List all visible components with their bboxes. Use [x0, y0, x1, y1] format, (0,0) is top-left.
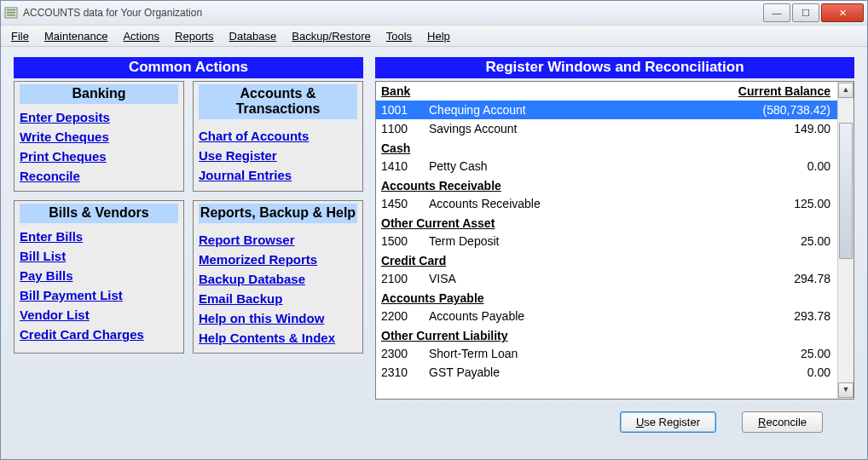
use-register-button[interactable]: Use Register	[620, 411, 716, 433]
link-pay-bills[interactable]: Pay Bills	[20, 266, 178, 285]
account-name: Term Deposit	[424, 234, 711, 248]
svg-rect-2	[7, 12, 15, 14]
panel-bills-vendors-title: Bills & Vendors	[20, 204, 178, 223]
menu-file[interactable]: File	[6, 28, 38, 44]
account-code: 2100	[381, 272, 424, 285]
panel-bills-vendors: Bills & Vendors Enter BillsBill ListPay …	[14, 200, 184, 354]
panel-accounts-transactions-title: Accounts & Transactions	[199, 84, 357, 119]
minimize-icon: —	[773, 9, 782, 18]
account-row-1450[interactable]: 1450Accounts Receivable125.00	[376, 194, 837, 213]
link-enter-deposits[interactable]: Enter Deposits	[20, 107, 178, 127]
category-other-current-liability: Other Current Liability	[376, 325, 837, 344]
scroll-track[interactable]	[839, 99, 853, 382]
scroll-thumb[interactable]	[839, 123, 853, 259]
reconcile-button[interactable]: Reconcile	[742, 411, 823, 433]
account-name: Petty Cash	[424, 159, 711, 173]
window-title: ACCOUNTS data for Your Organization	[23, 7, 761, 19]
register-column: Register Windows and Reconciliation Bank…	[375, 57, 854, 451]
minimize-button[interactable]: —	[763, 3, 790, 22]
account-row-2200[interactable]: 2200Accounts Payable293.78	[376, 307, 837, 325]
account-code: 1500	[381, 234, 424, 248]
account-row-1001[interactable]: 1001Chequing Account(580,738.42)	[376, 101, 837, 119]
use-register-label: U	[636, 416, 644, 428]
account-name: Accounts Receivable	[424, 197, 711, 210]
link-vendor-list[interactable]: Vendor List	[20, 305, 178, 325]
menu-tools[interactable]: Tools	[381, 28, 420, 44]
register-list: BankCurrent Balance1001Chequing Account(…	[375, 81, 854, 400]
account-balance: 149.00	[711, 122, 834, 135]
panel-banking: Banking Enter DepositsWrite ChequesPrint…	[14, 81, 184, 192]
account-code: 1001	[381, 103, 424, 117]
register-header: BankCurrent Balance	[376, 82, 837, 101]
account-name: Short-Term Loan	[424, 347, 711, 360]
category-accounts-receivable: Accounts Receivable	[376, 175, 837, 194]
app-icon	[4, 6, 18, 20]
reconcile-label: R	[758, 416, 766, 428]
svg-rect-3	[7, 14, 15, 16]
account-code: 2300	[381, 347, 424, 360]
account-balance: 25.00	[711, 234, 834, 248]
category-accounts-payable: Accounts Payable	[376, 288, 837, 307]
link-reconcile[interactable]: Reconcile	[20, 166, 178, 186]
menu-reports[interactable]: Reports	[170, 28, 223, 44]
panel-accounts-transactions: Accounts & Transactions Chart of Account…	[193, 81, 363, 192]
account-balance: 294.78	[711, 272, 834, 285]
account-name: VISA	[424, 272, 711, 285]
account-code: 1410	[381, 159, 424, 173]
menu-database[interactable]: Database	[224, 28, 286, 44]
svg-rect-1	[7, 9, 15, 11]
account-row-2310[interactable]: 2310GST Payable0.00	[376, 363, 837, 382]
window-buttons: — ☐ ✕	[761, 3, 864, 22]
account-balance: (580,738.42)	[711, 103, 834, 117]
menu-help[interactable]: Help	[422, 28, 459, 44]
menu-actions[interactable]: Actions	[118, 28, 168, 44]
account-code: 2310	[381, 365, 424, 379]
link-help-contents-index[interactable]: Help Contents & Index	[199, 328, 357, 348]
account-row-2300[interactable]: 2300Short-Term Loan25.00	[376, 344, 837, 363]
close-button[interactable]: ✕	[821, 3, 864, 22]
common-actions-title: Common Actions	[14, 57, 363, 78]
account-balance: 0.00	[711, 159, 834, 173]
menu-backup-restore[interactable]: Backup/Restore	[286, 28, 379, 44]
link-report-browser[interactable]: Report Browser	[199, 230, 357, 250]
main-content: Common Actions Banking Enter DepositsWri…	[1, 47, 867, 459]
account-code: 1450	[381, 197, 424, 210]
maximize-icon: ☐	[801, 9, 810, 18]
category-credit-card: Credit Card	[376, 250, 837, 269]
titlebar: ACCOUNTS data for Your Organization — ☐ …	[1, 1, 867, 26]
maximize-button[interactable]: ☐	[792, 3, 819, 22]
link-write-cheques[interactable]: Write Cheques	[20, 127, 178, 147]
account-code: 1100	[381, 122, 424, 135]
scroll-down-button[interactable]: ▼	[838, 382, 854, 398]
menubar: FileMaintenanceActionsReportsDatabaseBac…	[1, 26, 867, 47]
account-name: Savings Account	[424, 122, 711, 135]
account-row-2100[interactable]: 2100VISA294.78	[376, 269, 837, 288]
link-backup-database[interactable]: Backup Database	[199, 269, 357, 289]
menu-maintenance[interactable]: Maintenance	[39, 28, 116, 44]
account-row-1410[interactable]: 1410Petty Cash0.00	[376, 157, 837, 175]
account-row-1500[interactable]: 1500Term Deposit25.00	[376, 232, 837, 250]
link-journal-entries[interactable]: Journal Entries	[199, 165, 357, 185]
common-actions-column: Common Actions Banking Enter DepositsWri…	[14, 57, 363, 451]
account-balance: 293.78	[711, 309, 834, 323]
link-chart-of-accounts[interactable]: Chart of Accounts	[199, 126, 357, 146]
account-row-1100[interactable]: 1100Savings Account149.00	[376, 119, 837, 138]
account-name: Accounts Payable	[424, 309, 711, 323]
link-memorized-reports[interactable]: Memorized Reports	[199, 250, 357, 269]
link-credit-card-charges[interactable]: Credit Card Charges	[20, 325, 178, 344]
link-help-on-this-window[interactable]: Help on this Window	[199, 308, 357, 328]
scrollbar[interactable]: ▲ ▼	[837, 82, 854, 399]
category-other-current-asset: Other Current Asset	[376, 213, 837, 232]
account-balance: 125.00	[711, 197, 834, 210]
link-email-backup[interactable]: Email Backup	[199, 289, 357, 308]
account-code: 2200	[381, 309, 424, 323]
link-bill-payment-list[interactable]: Bill Payment List	[20, 285, 178, 305]
scroll-up-button[interactable]: ▲	[838, 83, 854, 98]
panel-banking-title: Banking	[20, 84, 178, 104]
register-title: Register Windows and Reconciliation	[375, 57, 854, 78]
header-bank: Bank	[381, 84, 711, 98]
link-enter-bills[interactable]: Enter Bills	[20, 227, 178, 246]
link-print-cheques[interactable]: Print Cheques	[20, 147, 178, 166]
link-use-register[interactable]: Use Register	[199, 146, 357, 165]
link-bill-list[interactable]: Bill List	[20, 246, 178, 266]
